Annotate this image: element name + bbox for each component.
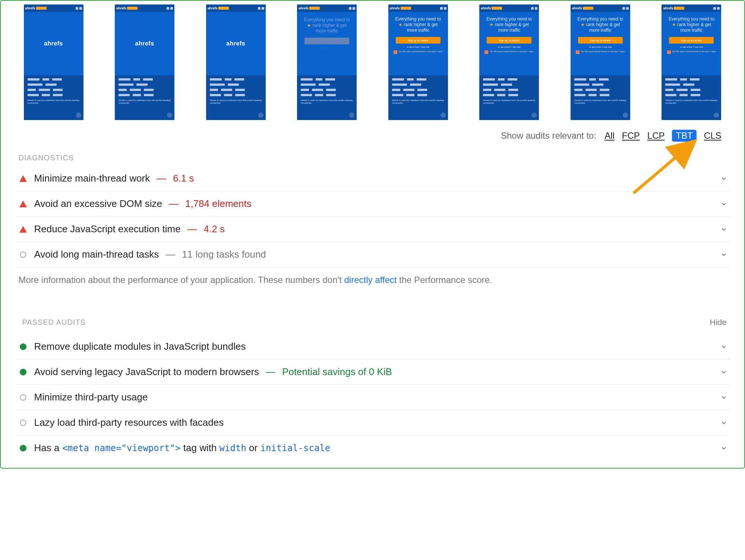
thumb-brand: ahrefs	[663, 6, 673, 10]
filter-lcp[interactable]: LCP	[647, 130, 665, 141]
audit-title: Has a <meta name="viewport"> tag with wi…	[34, 442, 331, 454]
audit-dash: —	[266, 366, 275, 378]
chevron-down-icon[interactable]	[720, 200, 727, 208]
thumb-brand: ahrefs	[116, 6, 126, 10]
chevron-down-icon[interactable]	[720, 343, 727, 350]
chevron-down-icon[interactable]	[720, 394, 727, 401]
audit-row[interactable]: Avoid long main-thread tasks — 11 long t…	[15, 242, 730, 267]
chevron-down-icon[interactable]	[720, 226, 727, 233]
section-passed-title: PASSED AUDITS	[19, 296, 89, 330]
fail-triangle-icon	[19, 201, 28, 207]
info-circle-icon	[19, 394, 28, 401]
section-diagnostics-title: DIAGNOSTICS	[15, 145, 730, 166]
chevron-down-icon[interactable]	[720, 419, 727, 427]
filmstrip-thumb[interactable]: ahrefs Everything you need to ★ rank hig…	[479, 4, 539, 120]
thumb-logo: ahrefs	[44, 40, 63, 47]
diagnostics-list: Minimize main-thread work — 6.1 s Avoid …	[15, 166, 730, 267]
thumb-logo: ahrefs	[135, 40, 154, 47]
thumb-brand: ahrefs	[390, 6, 400, 10]
audit-title: Avoid an excessive DOM size	[34, 198, 162, 210]
directly-affect-link[interactable]: directly affect	[344, 275, 397, 285]
filmstrip-thumb[interactable]: ahrefs ahrefs Ahrefs is used by marketer…	[206, 4, 266, 120]
thumb-brand: ahrefs	[299, 6, 309, 10]
filmstrip-thumb[interactable]: ahrefs ahrefs Ahrefs is used by marketer…	[115, 4, 174, 120]
filter-all[interactable]: All	[604, 130, 615, 141]
audit-title: Minimize main-thread work	[34, 173, 150, 184]
audit-dash: —	[169, 198, 179, 210]
audit-title: Lazy load third-party resources with fac…	[34, 417, 224, 428]
audit-row[interactable]: Has a <meta name="viewport"> tag with wi…	[15, 435, 730, 460]
chevron-down-icon[interactable]	[720, 251, 727, 258]
thumb-brand: ahrefs	[25, 6, 35, 10]
info-circle-icon	[19, 419, 28, 426]
audit-value: 1,784 elements	[185, 198, 252, 210]
code-span: initial-scale	[260, 443, 330, 453]
thumb-cta: Sign up for Ahrefs	[487, 37, 531, 44]
pass-circle-icon	[19, 343, 28, 350]
audit-title: Avoid long main-thread tasks	[34, 249, 159, 260]
audit-row[interactable]: Avoid an excessive DOM size — 1,784 elem…	[15, 191, 730, 217]
hide-button[interactable]: Hide	[710, 299, 726, 327]
filmstrip-thumb[interactable]: ahrefs Everything you need to ★ rank hig…	[297, 4, 357, 120]
filter-row: Show audits relevant to: All FCP LCP TBT…	[15, 128, 730, 145]
audit-title: Reduce JavaScript execution time	[34, 223, 181, 235]
thumb-cta: Sign up for Ahrefs	[669, 37, 714, 44]
thumb-cta: Sign up for Ahrefs	[396, 37, 441, 44]
thumb-brand: ahrefs	[572, 6, 582, 10]
pass-circle-icon	[19, 369, 28, 375]
filter-tbt[interactable]: TBT	[672, 130, 696, 142]
audit-row[interactable]: Reduce JavaScript execution time — 4.2 s	[15, 217, 730, 242]
pass-circle-icon	[19, 445, 28, 452]
audit-dash: —	[157, 173, 166, 184]
fail-triangle-icon	[19, 175, 28, 182]
audit-value: 4.2 s	[204, 223, 225, 235]
lighthouse-panel: ahrefs ahrefs Ahrefs is used by marketer…	[7, 1, 738, 460]
thumb-logo: ahrefs	[226, 40, 245, 47]
diagnostics-info: More information about the performance o…	[15, 267, 730, 287]
filter-cls[interactable]: CLS	[704, 130, 722, 141]
audit-row[interactable]: Lazy load third-party resources with fac…	[15, 410, 730, 435]
audit-row[interactable]: Minimize third-party usage	[15, 385, 730, 410]
info-circle-icon	[19, 251, 28, 258]
thumb-cta	[304, 38, 349, 44]
filmstrip-thumb[interactable]: ahrefs Everything you need to ★ rank hig…	[662, 4, 721, 120]
filmstrip: ahrefs ahrefs Ahrefs is used by marketer…	[15, 1, 730, 128]
audit-dash: —	[165, 249, 175, 260]
audit-row[interactable]: Minimize main-thread work — 6.1 s	[15, 166, 730, 191]
thumb-brand: ahrefs	[481, 6, 491, 10]
filmstrip-thumb[interactable]: ahrefs Everything you need to ★ rank hig…	[571, 4, 630, 120]
audit-value: 11 long tasks found	[182, 249, 266, 260]
filmstrip-thumb[interactable]: ahrefs ahrefs Ahrefs is used by marketer…	[24, 4, 83, 120]
audit-value: Potential savings of 0 KiB	[282, 366, 392, 378]
filmstrip-thumb[interactable]: ahrefs Everything you need to ★ rank hig…	[388, 4, 448, 120]
audit-row[interactable]: Avoid serving legacy JavaScript to moder…	[15, 359, 730, 385]
audit-title: Minimize third-party usage	[34, 391, 148, 403]
chevron-down-icon[interactable]	[720, 444, 727, 452]
chevron-down-icon[interactable]	[720, 368, 727, 376]
audit-title: Remove duplicate modules in JavaScript b…	[34, 341, 246, 352]
filter-label: Show audits relevant to:	[501, 130, 596, 141]
audit-title: Avoid serving legacy JavaScript to moder…	[34, 366, 259, 378]
thumb-cta: Sign up for Ahrefs	[578, 37, 623, 44]
chevron-down-icon[interactable]	[720, 175, 727, 182]
passed-list: Remove duplicate modules in JavaScript b…	[15, 334, 730, 460]
thumb-brand: ahrefs	[208, 6, 218, 10]
fail-triangle-icon	[19, 226, 28, 233]
audit-row[interactable]: Remove duplicate modules in JavaScript b…	[15, 334, 730, 359]
code-span: <meta name="viewport">	[62, 443, 181, 453]
code-span: width	[220, 443, 246, 453]
audit-value: 6.1 s	[173, 173, 194, 184]
filter-fcp[interactable]: FCP	[622, 130, 640, 141]
audit-dash: —	[187, 223, 197, 235]
